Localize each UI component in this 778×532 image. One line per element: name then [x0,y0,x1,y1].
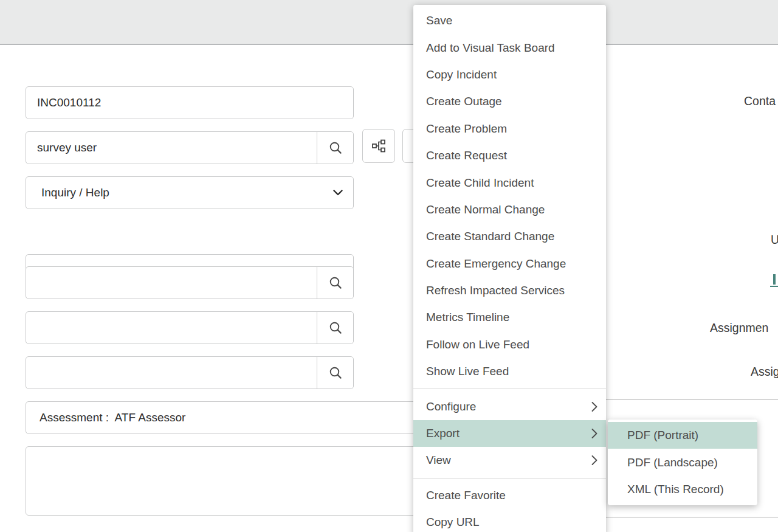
reference-input-2[interactable] [26,312,317,344]
menu-item-show-live-feed[interactable]: Show Live Feed [413,358,606,385]
caller-hierarchy-button[interactable] [362,129,395,163]
reference-field-3 [26,356,354,389]
chevron-right-icon [591,402,597,412]
reference-field-2 [26,311,354,344]
menu-item-create-outage[interactable]: Create Outage [413,88,606,115]
menu-item-create-favorite[interactable]: Create Favorite [413,482,606,509]
caller-field [26,131,354,164]
export-submenu: PDF (Portrait) PDF (Landscape) XML (This… [608,420,757,505]
menu-item-label: Add to Visual Task Board [426,41,555,55]
menu-item-create-problem[interactable]: Create Problem [413,116,606,142]
link-fragment-underline [770,286,778,287]
form-header-band [0,0,778,45]
menu-item-label: Create Normal Change [426,203,545,216]
menu-item-label: Copy Incident [426,68,497,81]
menu-item-export[interactable]: Export [413,420,606,447]
context-menu: Save Add to Visual Task Board Copy Incid… [413,5,606,532]
hierarchy-icon [371,139,386,153]
incident-number-input[interactable] [26,87,353,119]
search-icon [329,321,342,334]
menu-item-label: Export [426,427,460,440]
menu-item-label: Create Outage [426,95,502,108]
menu-item-label: Create Favorite [426,489,506,502]
caller-input[interactable] [26,132,317,164]
menu-item-create-emergency-change[interactable]: Create Emergency Change [413,250,606,277]
menu-item-copy-url[interactable]: Copy URL [413,509,606,532]
menu-item-follow-on-live-feed[interactable]: Follow on Live Feed [413,331,606,358]
chevron-down-icon [333,190,343,196]
menu-divider [413,478,606,478]
menu-item-label: Create Standard Change [426,230,554,243]
category-select-value: Inquiry / Help [41,186,109,199]
contact-label: Conta [744,94,776,108]
incident-form-page: { "colors": { "menu_highlight": "#c2dcd4… [0,0,778,532]
reference-search-button-3[interactable] [317,357,353,389]
menu-item-refresh-impacted-services[interactable]: Refresh Impacted Services [413,277,606,304]
submenu-item-pdf-landscape[interactable]: PDF (Landscape) [608,449,757,475]
menu-item-view[interactable]: View [413,447,606,474]
chevron-right-icon [591,455,597,465]
menu-item-metrics-timeline[interactable]: Metrics Timeline [413,304,606,331]
urgency-label: U [771,233,778,247]
menu-item-create-normal-change[interactable]: Create Normal Change [413,196,606,223]
search-icon [329,141,342,154]
submenu-item-label: PDF (Portrait) [627,429,698,442]
menu-item-label: Copy URL [426,516,480,529]
incident-number-field [26,86,354,119]
menu-item-create-standard-change[interactable]: Create Standard Change [413,223,606,250]
menu-item-create-request[interactable]: Create Request [413,142,606,169]
menu-item-copy-incident[interactable]: Copy Incident [413,61,606,88]
menu-divider [413,389,606,389]
menu-item-configure[interactable]: Configure [413,393,606,420]
link-fragment[interactable] [773,274,776,285]
search-icon [329,276,342,289]
submenu-item-label: XML (This Record) [627,483,724,496]
submenu-item-label: PDF (Landscape) [627,456,718,469]
reference-field-1 [26,266,354,299]
menu-item-label: Save [426,14,452,27]
menu-item-label: Follow on Live Feed [426,338,529,351]
submenu-item-pdf-portrait[interactable]: PDF (Portrait) [608,422,757,449]
menu-item-save[interactable]: Save [413,7,606,34]
menu-item-label: Create Child Incident [426,176,534,190]
menu-item-create-child-incident[interactable]: Create Child Incident [413,169,606,196]
menu-item-label: Metrics Timeline [426,311,509,324]
reference-search-button-2[interactable] [317,312,353,344]
submenu-item-xml-this-record[interactable]: XML (This Record) [608,476,757,503]
reference-search-button-1[interactable] [317,267,353,299]
menu-item-label: Show Live Feed [426,365,509,378]
reference-input-1[interactable] [26,267,317,299]
caller-search-button[interactable] [317,132,353,164]
menu-item-label: Create Problem [426,122,507,136]
category-select[interactable]: Inquiry / Help [26,176,354,209]
reference-input-3[interactable] [26,357,317,389]
menu-item-label: View [426,454,451,467]
assigned-to-label: Assig [751,365,778,379]
menu-item-label: Configure [426,400,476,413]
menu-item-label: Refresh Impacted Services [426,284,565,297]
menu-item-add-to-visual-task-board[interactable]: Add to Visual Task Board [413,34,606,61]
assignment-group-label: Assignmen [710,321,768,335]
chevron-right-icon [591,429,597,438]
menu-item-label: Create Emergency Change [426,257,566,271]
search-icon [329,366,342,379]
menu-item-label: Create Request [426,149,507,162]
